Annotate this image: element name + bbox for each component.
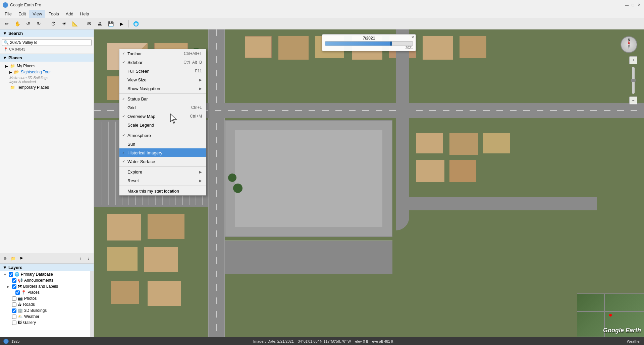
tilt-up-button[interactable]: + <box>629 56 637 64</box>
zoom-slider[interactable] <box>632 67 635 94</box>
email-button[interactable]: ✉ <box>85 19 94 28</box>
layer-3d-buildings[interactable]: ▶ 🏢 3D Buildings <box>0 307 94 314</box>
dd-watersurface[interactable]: ✓ Water Surface <box>119 157 206 166</box>
timeline-close-button[interactable]: ✕ <box>411 35 414 40</box>
places-section: ▼ Places ▶ 📁 My Places ▶ 📂 Sightseeing T… <box>0 54 94 263</box>
tilt-down-button[interactable]: − <box>629 96 637 105</box>
layer-primary-db-checkbox[interactable] <box>9 272 13 277</box>
layers-header[interactable]: ▼ Layers <box>0 264 94 271</box>
places-header[interactable]: ▼ Places <box>0 54 94 62</box>
search-input[interactable] <box>10 40 90 45</box>
dd-fullscreen[interactable]: Full Screen F11 <box>119 67 206 75</box>
globe-button[interactable]: 🌐 <box>131 19 141 28</box>
search-header[interactable]: ▼ Search <box>0 29 94 37</box>
window-controls: — □ ✕ <box>625 3 641 7</box>
dd-viewsize[interactable]: View Size ▶ <box>119 75 206 84</box>
toolbar-sep3 <box>128 20 129 27</box>
menu-help[interactable]: Help <box>77 10 93 18</box>
menu-add[interactable]: Add <box>62 10 77 18</box>
expand-arrow-icon: ▶ <box>9 70 12 74</box>
layer-weather-checkbox[interactable] <box>12 315 16 319</box>
draw-button[interactable]: ✏ <box>2 19 11 28</box>
maximize-button[interactable]: □ <box>631 3 635 7</box>
dd-sidebar[interactable]: ✓ Sidebar Ctrl+Alt+B <box>119 58 206 67</box>
dd-reset[interactable]: Reset ▶ <box>119 176 206 185</box>
movie-button[interactable]: ▶ <box>117 19 126 28</box>
house21 <box>111 281 139 304</box>
layer-primary-db-label: Primary Database <box>21 272 53 277</box>
status-bar: 1925 Imagery Date: 2/21/2021 34°01'01.60… <box>0 337 644 345</box>
layer-3d-checkbox[interactable] <box>12 308 16 313</box>
dd-statusbar[interactable]: ✓ Status Bar <box>119 94 206 103</box>
timeline-track[interactable] <box>325 41 413 46</box>
places-my-places[interactable]: ▶ 📁 My Places <box>0 63 94 69</box>
hand-button[interactable]: ✋ <box>13 19 22 28</box>
minimize-button[interactable]: — <box>625 3 629 7</box>
sun-button[interactable]: ☀ <box>59 19 69 28</box>
layers-scrollbar[interactable] <box>90 271 94 337</box>
layer-gallery-checkbox[interactable] <box>12 321 16 325</box>
layer-photos[interactable]: ▶ 📷 Photos <box>0 295 94 301</box>
layer-announcements-label: Announcements <box>24 278 53 283</box>
dd-shownavigation[interactable]: Show Navigation ▶ <box>119 84 206 93</box>
dd-shownavigation-label: Show Navigation <box>127 86 199 91</box>
save-image-button[interactable]: 💾 <box>106 19 115 28</box>
search-label: Search <box>8 31 23 36</box>
places-sightseeing[interactable]: ▶ 📂 Sightseeing Tour <box>0 69 94 75</box>
layer-places-checkbox[interactable] <box>15 290 20 295</box>
dd-overviewmap[interactable]: ✓ Overview Map Ctrl+M <box>119 112 206 121</box>
house10 <box>423 36 453 60</box>
layer-borders[interactable]: ▶ 🗺 Borders and Labels <box>0 283 94 289</box>
layer-weather-label: Weather <box>24 314 39 319</box>
layer-borders-checkbox[interactable] <box>12 284 16 289</box>
dd-grid[interactable]: Grid Ctrl+L <box>119 103 206 112</box>
dd-toolbar[interactable]: ✓ Toolbar Ctrl+Alt+T <box>119 49 206 58</box>
zoom-slider-thumb[interactable] <box>631 79 636 82</box>
move-down-button[interactable]: ↓ <box>85 255 92 262</box>
watersurface-check: ✓ <box>122 159 127 164</box>
layer-places[interactable]: ▶ 📍 Places <box>0 289 94 295</box>
dd-scalelegend[interactable]: Scale Legend <box>119 121 206 129</box>
menu-file[interactable]: File <box>1 10 15 18</box>
dd-watersurface-label: Water Surface <box>127 159 202 164</box>
bookmark-button[interactable]: ⚑ <box>17 255 25 262</box>
layer-announcements[interactable]: ▶ 📢 Announcements <box>0 277 94 283</box>
places-temporary[interactable]: ▶ 📁 Temporary Places <box>0 84 94 90</box>
time-button[interactable]: ⏱ <box>49 19 58 28</box>
menu-tools[interactable]: Tools <box>45 10 62 18</box>
menu-edit[interactable]: Edit <box>15 10 29 18</box>
timeline-year-label: 7/2021 <box>325 36 413 41</box>
toolbar-sep1 <box>46 20 46 27</box>
folder-button[interactable]: 📁 <box>9 255 17 262</box>
measure-button[interactable]: 📐 <box>70 19 79 28</box>
dd-explore[interactable]: Explore ▶ <box>119 167 206 176</box>
timeline-thumb[interactable] <box>390 42 392 46</box>
timeline-widget[interactable]: ✕ 7/2021 2021 <box>322 34 416 51</box>
layer-roads[interactable]: ▶ 🛣 Roads <box>0 301 94 307</box>
dd-makestartloc[interactable]: Make this my start location <box>119 187 206 195</box>
layer-weather[interactable]: ▶ ⛅ Weather <box>0 314 94 320</box>
move-up-button[interactable]: ↑ <box>77 255 84 262</box>
dd-atmosphere-label: Atmosphere <box>127 133 202 138</box>
dd-sep2 <box>119 130 206 130</box>
layer-photos-checkbox[interactable] <box>12 296 16 301</box>
layer-gallery[interactable]: ▶ 🖼 Gallery <box>0 320 94 326</box>
dd-atmosphere[interactable]: ✓ Atmosphere <box>119 131 206 140</box>
compass[interactable]: N <box>621 36 637 53</box>
layer-primary-db[interactable]: ▼ 🌐 Primary Database <box>0 271 94 277</box>
add-place-button[interactable]: ⊕ <box>1 255 9 262</box>
redo-button[interactable]: ↻ <box>34 19 44 28</box>
undo-button[interactable]: ↺ <box>23 19 33 28</box>
print-button[interactable]: 🖶 <box>95 19 105 28</box>
layer-announcements-checkbox[interactable] <box>12 278 16 283</box>
layers-body: ▼ 🌐 Primary Database ▶ 📢 Announcements ▶… <box>0 271 94 337</box>
map-area[interactable]: ✕ 7/2021 2021 N + − <box>94 29 644 337</box>
layer-roads-checkbox[interactable] <box>12 302 16 307</box>
dd-sun[interactable]: Sun <box>119 140 206 148</box>
mini-map[interactable]: Google Earth <box>577 293 644 337</box>
house11 <box>460 36 486 58</box>
gallery-icon: 🖼 <box>18 320 22 325</box>
dd-historicalimagery[interactable]: ✓ Historical Imagery <box>119 148 206 157</box>
close-button[interactable]: ✕ <box>637 3 641 7</box>
menu-view[interactable]: View <box>29 10 45 18</box>
